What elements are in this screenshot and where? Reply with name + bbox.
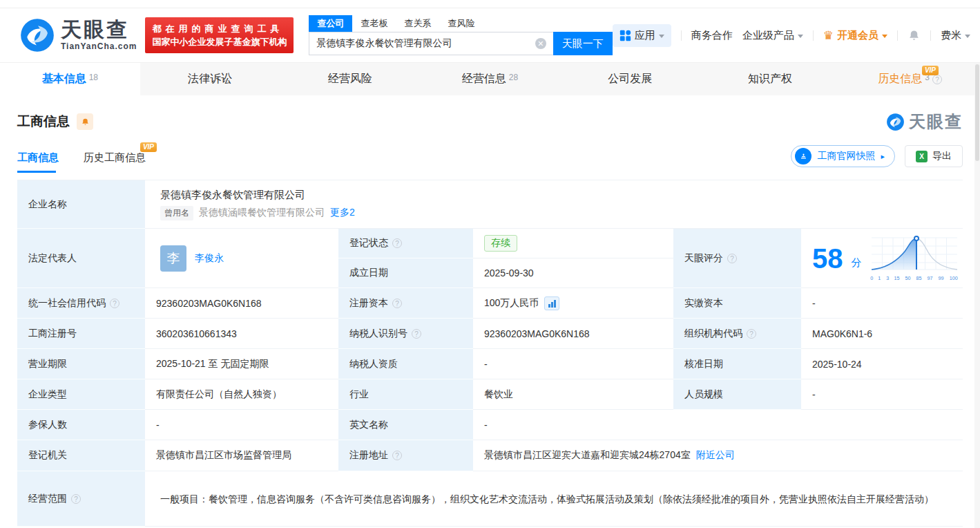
field-label-reg-no: 工商注册号 xyxy=(17,319,145,349)
help-icon[interactable]: ? xyxy=(932,75,942,84)
field-label-approval-date: 核准日期 xyxy=(673,349,801,379)
tab-history-info[interactable]: VIP 历史信息 3 ? xyxy=(840,63,980,95)
chevron-down-icon xyxy=(659,35,664,38)
divider xyxy=(681,30,682,41)
top-strip xyxy=(0,0,980,8)
cooperation-link[interactable]: 商务合作 xyxy=(691,29,733,42)
field-value-company-name: 景德镇李俊永餐饮管理有限公司 曾用名 景德镇涵喂餐饮管理有限公司 更多2 xyxy=(145,180,963,229)
logo[interactable]: 天眼查 TianYanCha.com xyxy=(19,17,137,53)
official-snapshot-button[interactable]: 工商官网快照 ▸ xyxy=(791,145,895,167)
watermark-text: 天眼查 xyxy=(909,111,963,133)
brand-name: 天眼查 xyxy=(61,19,137,40)
field-value-taxpayer-quality: - xyxy=(473,349,673,379)
help-icon[interactable]: ? xyxy=(71,494,81,504)
capital-trend-icon[interactable] xyxy=(544,296,559,310)
clear-search-icon[interactable]: ✕ xyxy=(535,38,546,49)
tab-count: 18 xyxy=(89,73,98,82)
field-value-reg-status: 存续 xyxy=(473,229,673,258)
field-label-taxpayer-quality: 纳税人资质 xyxy=(338,349,473,379)
field-label-org-code: 组织机构代码? xyxy=(673,319,801,349)
help-icon[interactable]: ? xyxy=(392,451,402,460)
enterprise-label: 企业级产品 xyxy=(742,29,794,42)
subtab-history-business-info[interactable]: VIP 历史工商信息 xyxy=(84,151,146,173)
legal-rep-link[interactable]: 李俊永 xyxy=(195,252,224,265)
field-label-uscc: 统一社会信用代码? xyxy=(17,288,145,319)
former-name-badge: 曾用名 xyxy=(160,206,193,220)
notification-bell-icon[interactable] xyxy=(907,29,921,42)
field-value-company-type: 有限责任公司（自然人独资） xyxy=(145,379,338,410)
score-chart-axis: 01 315 5085 9799 100 xyxy=(870,275,959,281)
apps-grid-icon xyxy=(619,30,631,41)
help-icon[interactable]: ? xyxy=(412,329,421,339)
help-icon[interactable]: ? xyxy=(747,329,756,339)
field-value-business-scope: 一般项目：餐饮管理，信息咨询服务（不含许可类信息咨询服务），组织文化艺术交流活动… xyxy=(145,471,963,527)
subtabs: 工商信息 VIP 历史工商信息 xyxy=(17,151,146,173)
tab-intellectual-property[interactable]: 知识产权 xyxy=(700,63,840,95)
tianyancha-logo-icon xyxy=(19,17,55,53)
field-label-reg-capital: 注册资本? xyxy=(338,288,473,319)
user-menu[interactable]: 费米 xyxy=(941,29,970,42)
field-value-taxpayer-id: 92360203MAG0K6N168 xyxy=(473,319,673,349)
vip-label: 开通会员 xyxy=(837,29,878,42)
score-distribution-chart: 01 315 5085 9799 100 xyxy=(870,235,959,281)
business-info-table: 企业名称 景德镇李俊永餐饮管理有限公司 曾用名 景德镇涵喂餐饮管理有限公司 更多… xyxy=(17,180,963,527)
tab-company-development[interactable]: 公司发展 xyxy=(560,63,700,95)
field-value-tyc-score[interactable]: 58 分 xyxy=(801,229,963,288)
tab-operation-risk[interactable]: 经营风险 xyxy=(280,63,420,95)
username-label: 费米 xyxy=(941,29,961,42)
cooperation-label: 商务合作 xyxy=(691,29,733,42)
company-name: 景德镇李俊永餐饮管理有限公司 xyxy=(160,189,305,202)
nearby-companies-link[interactable]: 附近公司 xyxy=(696,449,735,462)
slogan-line1: 都在用的商业查询工具 xyxy=(152,22,287,35)
divider xyxy=(897,30,898,41)
avatar[interactable]: 李 xyxy=(160,245,186,272)
tab-count: 28 xyxy=(509,73,518,82)
search-tab-company[interactable]: 查公司 xyxy=(309,15,352,32)
scrollbar-thumb[interactable] xyxy=(975,64,979,161)
tab-label: 经营风险 xyxy=(328,72,372,86)
tab-legal-proceedings[interactable]: 法律诉讼 xyxy=(140,63,280,95)
monitor-bell-button[interactable] xyxy=(77,113,93,130)
search-tab-boss[interactable]: 查老板 xyxy=(352,15,396,32)
help-icon[interactable]: ? xyxy=(110,299,119,308)
field-label-taxpayer-id: 纳税人识别号? xyxy=(338,319,473,349)
field-label-legal-rep: 法定代表人 xyxy=(17,229,145,288)
enterprise-menu[interactable]: 企业级产品 xyxy=(742,29,803,42)
scrollbar[interactable] xyxy=(974,63,980,528)
field-label-business-scope: 经营范围? xyxy=(17,471,145,527)
field-label-paid-capital: 实缴资本 xyxy=(673,288,801,319)
help-icon[interactable]: ? xyxy=(392,238,402,248)
field-value-reg-no: 360203610661343 xyxy=(145,319,338,349)
apps-menu[interactable]: 应用 xyxy=(613,24,671,47)
vip-menu[interactable]: ♛ 开通会员 xyxy=(823,29,887,42)
field-value-legal-rep: 李 李俊永 xyxy=(145,229,338,288)
tab-operation-info[interactable]: 经营信息 28 xyxy=(420,63,560,95)
export-button[interactable]: X 导出 xyxy=(905,145,963,167)
snapshot-label: 工商官网快照 xyxy=(817,150,875,162)
vip-badge: VIP xyxy=(922,66,939,75)
tab-label: 历史信息 xyxy=(878,72,922,86)
top-nav: 应用 商务合作 企业级产品 ♛ 开通会员 费米 xyxy=(613,24,970,47)
tab-label: 基本信息 xyxy=(42,72,86,86)
score-value: 58 xyxy=(812,245,843,272)
export-label: 导出 xyxy=(932,150,952,162)
more-former-names-link[interactable]: 更多2 xyxy=(330,207,355,219)
search-input[interactable] xyxy=(309,32,553,55)
search-tabs: 查公司 查老板 查关系 查风险 xyxy=(309,15,612,32)
company-tab-bar: 基本信息 18 法律诉讼 经营风险 经营信息 28 公司发展 知识产权 VIP … xyxy=(0,62,980,95)
apps-label: 应用 xyxy=(635,29,655,42)
help-icon[interactable]: ? xyxy=(727,254,737,263)
field-value-establish-date: 2025-09-30 xyxy=(473,258,673,288)
brand-domain: TianYanCha.com xyxy=(61,41,137,51)
former-name: 景德镇涵喂餐饮管理有限公司 xyxy=(199,207,325,219)
subtab-business-info[interactable]: 工商信息 xyxy=(17,151,59,173)
vip-badge: VIP xyxy=(140,142,157,152)
search-tab-relation[interactable]: 查关系 xyxy=(396,15,439,32)
field-value-approval-date: 2025-10-24 xyxy=(801,349,963,379)
search-button[interactable]: 天眼一下 xyxy=(553,32,613,55)
tab-basic-info[interactable]: 基本信息 18 xyxy=(0,63,140,95)
help-icon[interactable]: ? xyxy=(392,299,402,308)
tab-label: 公司发展 xyxy=(608,72,652,86)
site-header: 天眼查 TianYanCha.com 都在用的商业查询工具 国家中小企业发展子基… xyxy=(0,8,980,62)
search-tab-risk[interactable]: 查风险 xyxy=(439,15,483,32)
